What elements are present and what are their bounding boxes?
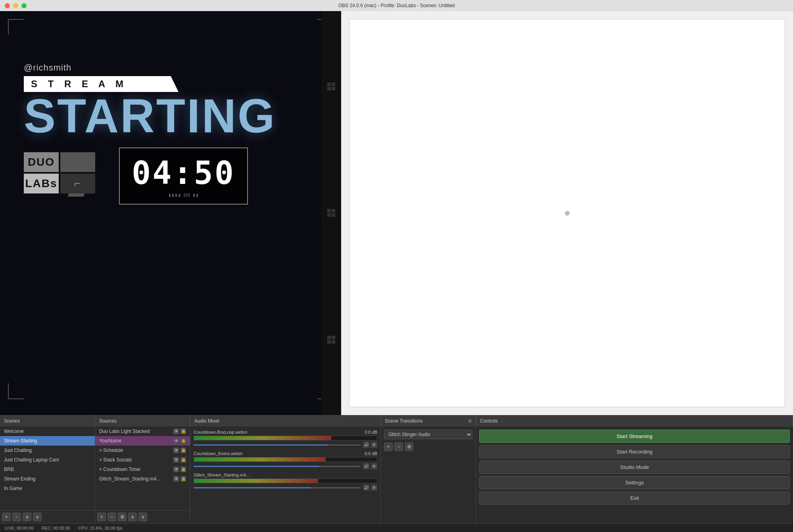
scene-item-welcome[interactable]: Welcome <box>0 427 95 436</box>
source-eye-icon-4[interactable]: 👁 <box>173 457 179 463</box>
scene-item-laptop-cam[interactable]: Just Chatting Laptop Cam <box>0 455 95 465</box>
audio-track-3-icons: 🔊 ⚙ <box>363 484 377 491</box>
panel-headers-row: Scenes Sources Audio Mixer Scene Transit… <box>0 415 793 427</box>
canvas-preview[interactable]: @richsmith S T R E A M STARTING DUO LABs <box>0 11 341 415</box>
right-edge-decoration <box>321 11 341 415</box>
audio-settings-icon-3[interactable]: ⚙ <box>371 484 377 491</box>
audio-track-1-icons: 🔊 ⚙ <box>363 442 377 448</box>
scene-item-brb[interactable]: BRB <box>0 465 95 474</box>
source-up-button[interactable]: ∧ <box>128 513 137 521</box>
username-text: @richsmith <box>24 63 317 73</box>
scene-item-in-game[interactable]: In Game <box>0 484 95 493</box>
audio-mute-icon-1[interactable]: 🔊 <box>363 442 369 448</box>
scene-item-stream-ending[interactable]: Stream Ending <box>0 474 95 484</box>
audio-track-1-footer: 🔊 ⚙ <box>194 442 377 448</box>
source-eye-icon-3[interactable]: 👁 <box>173 448 179 453</box>
source-item-yourname[interactable]: YourName 👁 🔒 <box>95 436 190 446</box>
audio-vol-slider-2[interactable] <box>194 466 361 467</box>
source-eye-icon-1[interactable]: 👁 <box>173 429 179 434</box>
controls-panel: Start Streaming Start Recording Studio M… <box>476 427 793 523</box>
audio-settings-icon-1[interactable]: ⚙ <box>371 442 377 448</box>
scene-stream-starting: @richsmith S T R E A M STARTING DUO LABs <box>0 11 341 415</box>
live-status: LIVE: 00:00:00 <box>5 526 34 530</box>
stream-label-text: S T R E A M <box>31 78 127 90</box>
source-label-duo-labs: Duo Labs Light Stacked <box>99 429 150 434</box>
source-item-stack-socials[interactable]: > Stack Socials 👁 🔒 <box>95 455 190 465</box>
minimize-button[interactable] <box>13 3 18 8</box>
scene-add-button[interactable]: + <box>2 513 11 521</box>
exit-button[interactable]: Exit <box>479 492 790 505</box>
transition-add-button[interactable]: + <box>384 442 393 451</box>
settings-button[interactable]: Settings <box>479 476 790 489</box>
scenes-panel: Welcome Stream Starting Just Chatting Ju… <box>0 427 95 523</box>
source-label-stack-socials: > Stack Socials <box>99 457 132 463</box>
scene-remove-button[interactable]: − <box>12 513 21 521</box>
source-icons-2: 👁 🔒 <box>173 438 186 444</box>
scene-item-just-chatting[interactable]: Just Chatting <box>0 446 95 455</box>
maximize-button[interactable] <box>21 3 27 8</box>
start-recording-button[interactable]: Start Recording <box>479 445 790 458</box>
center-circle <box>565 211 570 216</box>
audio-meter-2-fill <box>194 457 326 461</box>
audio-settings-icon-2[interactable]: ⚙ <box>371 463 377 469</box>
audio-vol-slider-1[interactable] <box>194 444 361 446</box>
source-item-schedule[interactable]: > Schedule 👁 🔒 <box>95 446 190 455</box>
logo-block-slash: ⌐ <box>60 174 95 193</box>
audio-header-label: Audio Mixer <box>194 418 219 424</box>
tick1 <box>169 194 171 197</box>
source-item-countdown-timer[interactable]: > Countdown Timer 👁 🔒 <box>95 465 190 474</box>
sources-panel: Duo Labs Light Stacked 👁 🔒 YourName 👁 🔒 <box>95 427 190 523</box>
tick2 <box>172 194 174 197</box>
transition-remove-button[interactable]: − <box>394 442 403 451</box>
countdown-box: 04:50 333 <box>119 147 248 205</box>
source-icons-4: 👁 🔒 <box>173 457 186 463</box>
countdown-indicators: 333 <box>132 193 235 197</box>
source-label-countdown-timer: > Countdown Timer <box>99 467 140 472</box>
audio-vol-fill-1 <box>194 444 327 446</box>
source-lock-icon-2[interactable]: 🔒 <box>180 438 186 444</box>
audio-track-2-icons: 🔊 ⚙ <box>363 463 377 469</box>
transitions-settings-icon[interactable] <box>469 419 472 423</box>
source-lock-icon-3[interactable]: 🔒 <box>180 448 186 453</box>
studio-mode-button[interactable]: Studio Mode <box>479 461 790 474</box>
source-down-button[interactable]: ∨ <box>138 513 147 521</box>
audio-vol-slider-3[interactable] <box>194 487 361 488</box>
source-eye-icon-5[interactable]: 👁 <box>173 467 179 472</box>
source-label-schedule: > Schedule <box>99 448 123 453</box>
source-lock-icon-1[interactable]: 🔒 <box>180 429 186 434</box>
source-lock-icon-5[interactable]: 🔒 <box>180 467 186 472</box>
audio-track-2-footer: 🔊 ⚙ <box>194 463 377 469</box>
start-streaming-button[interactable]: Start Streaming <box>479 430 790 443</box>
source-remove-button[interactable]: − <box>108 513 116 521</box>
source-eye-icon-6[interactable]: 👁 <box>173 476 179 482</box>
close-button[interactable] <box>5 3 10 8</box>
audio-mute-icon-3[interactable]: 🔊 <box>363 484 369 491</box>
audio-track-1: Countdown-BoxLoop.webm 0.0 dB 🔊 ⚙ <box>194 430 377 448</box>
source-item-duo-labs[interactable]: Duo Labs Light Stacked 👁 🔒 <box>95 427 190 436</box>
source-add-button[interactable]: + <box>97 513 106 521</box>
source-settings-button[interactable]: ⚙ <box>118 513 127 521</box>
source-eye-icon-2[interactable]: 👁 <box>173 438 179 444</box>
source-lock-icon-4[interactable]: 🔒 <box>180 457 186 463</box>
transitions-panel: Glitch Stinger Audio + − ⚙ <box>381 427 476 523</box>
source-lock-icon-6[interactable]: 🔒 <box>180 476 186 482</box>
scene-up-button[interactable]: ∧ <box>23 513 31 521</box>
scene-down-button[interactable]: ∨ <box>33 513 42 521</box>
transitions-panel-header: Scene Transitions <box>381 415 476 427</box>
source-icons-1: 👁 🔒 <box>173 429 186 434</box>
scene-controls: + − ∧ ∨ <box>0 510 95 523</box>
countdown-sub: 333 <box>183 193 190 197</box>
transition-settings-button[interactable]: ⚙ <box>405 442 413 451</box>
audio-meter-1-fill <box>194 436 331 440</box>
scene-item-stream-starting[interactable]: Stream Starting <box>0 436 95 446</box>
scene-list: Welcome Stream Starting Just Chatting Ju… <box>0 427 95 510</box>
audio-meter-1 <box>194 436 377 440</box>
audio-mute-icon-2[interactable]: 🔊 <box>363 463 369 469</box>
transition-controls: + − ⚙ <box>384 442 472 451</box>
transition-select[interactable]: Glitch Stinger Audio <box>384 430 472 439</box>
source-item-glitch-stream[interactable]: Glitch_Stream_Starting.m4... 👁 🔒 <box>95 474 190 484</box>
audio-track-2-db: 0.0 dB <box>365 451 377 456</box>
audio-track-2-name: Countdown_5mins.webm <box>194 451 243 456</box>
preview-area: @richsmith S T R E A M STARTING DUO LABs <box>0 11 793 415</box>
audio-meter-3-fill <box>194 479 318 483</box>
